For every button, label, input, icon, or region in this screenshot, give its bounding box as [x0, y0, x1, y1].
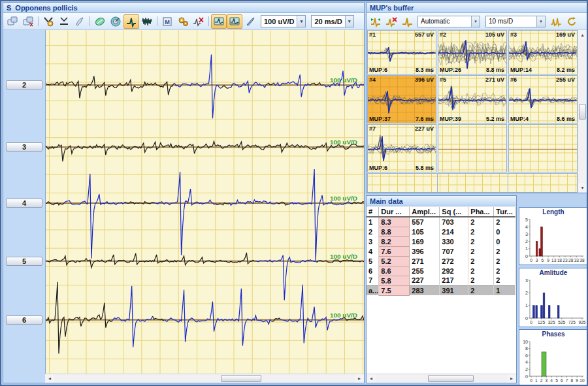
- reject-mup-icon[interactable]: [191, 14, 206, 29]
- scroll-right-icon[interactable]: ▸: [507, 374, 516, 383]
- svg-text:7: 7: [566, 378, 568, 383]
- column-header[interactable]: Pha...: [468, 207, 494, 217]
- column-header[interactable]: #: [367, 207, 379, 217]
- channel-button-2[interactable]: 2: [6, 80, 42, 89]
- trace-review-multi-icon[interactable]: [227, 14, 242, 29]
- capture-mup-icon[interactable]: [123, 14, 139, 29]
- select-region-icon[interactable]: [41, 14, 56, 29]
- svg-text:100 uV/D: 100 uV/D: [330, 76, 357, 84]
- mup-scroll-thumb[interactable]: [579, 104, 586, 120]
- table-row[interactable]: 38.216933020: [367, 236, 515, 246]
- channel-button-6[interactable]: 6: [6, 315, 42, 325]
- mup-cell-duration: 5.8 ms: [416, 165, 434, 171]
- panel-badge: S: [7, 4, 11, 12]
- mup-cell-3[interactable]: #3169 uVMUP:148.2 ms: [508, 30, 578, 74]
- mup-sweep-select[interactable]: 10 ms/D ▾: [485, 16, 546, 27]
- mup-cell-2[interactable]: #2105 uVMUP:268.8 ms: [438, 30, 507, 74]
- monitor-m-icon[interactable]: M: [159, 14, 175, 29]
- scroll-left-icon[interactable]: ◂: [45, 374, 54, 383]
- mup-recalc-icon[interactable]: [564, 14, 580, 29]
- average-row[interactable]: a...7.528339121: [367, 285, 515, 295]
- emg-scroll-thumb[interactable]: [221, 375, 261, 382]
- channel-button-4[interactable]: 4: [6, 199, 42, 208]
- gain-select-value: 100 uV/D: [261, 18, 297, 25]
- table-row[interactable]: 55.227127222: [367, 256, 515, 266]
- scroll-up-icon[interactable]: ▴: [578, 30, 587, 39]
- scroll-down-icon[interactable]: ▾: [578, 183, 587, 192]
- scroll-right-icon[interactable]: ▸: [355, 374, 364, 383]
- channel-button-5[interactable]: 5: [6, 257, 42, 266]
- chevron-down-icon[interactable]: ▾: [536, 16, 545, 27]
- table-cell: 292: [440, 266, 468, 276]
- emg-hscrollbar[interactable]: ◂ ▸: [45, 374, 364, 383]
- sound-trigger-icon[interactable]: [72, 14, 88, 29]
- mup-mark-icon[interactable]: [399, 14, 415, 29]
- main-data-scroll-thumb[interactable]: [428, 375, 474, 382]
- mup-cell-plot: [509, 125, 577, 172]
- main-data-scroll-track[interactable]: [376, 374, 507, 383]
- probe-pen-icon[interactable]: [242, 14, 258, 29]
- scroll-left-icon[interactable]: ◂: [367, 374, 376, 383]
- interference-pattern-icon[interactable]: [139, 14, 155, 29]
- settings-gears-icon[interactable]: [175, 14, 191, 29]
- table-row[interactable]: 18.355770322: [367, 217, 515, 227]
- mup-panel-titlebar[interactable]: MUP's buffer: [367, 3, 587, 13]
- chevron-down-icon[interactable]: ▾: [471, 16, 480, 27]
- column-header[interactable]: Ampl...: [410, 207, 440, 217]
- baseline-level-icon[interactable]: [56, 14, 72, 29]
- mup-cell-4[interactable]: #4396 uVMUP:377.6 ms: [367, 75, 436, 123]
- mup-cell-5[interactable]: #5271 uVMUP:395.2 ms: [438, 75, 507, 123]
- table-cell: 283: [410, 285, 440, 295]
- column-header[interactable]: Tur...: [494, 207, 515, 217]
- sweep-select-value: 20 ms/D: [312, 18, 344, 25]
- svg-text:100 uV/D: 100 uV/D: [330, 138, 357, 146]
- toolbar-separator: [38, 16, 39, 26]
- table-row[interactable]: 75.822721722: [367, 276, 515, 285]
- app-window: S Opponens pollicis M 100 uV/D ▾ 20 ms/D…: [0, 0, 588, 386]
- disc-pen-icon[interactable]: [108, 14, 123, 29]
- table-row[interactable]: 68.625529222: [367, 266, 515, 276]
- channel-gutter: 23456: [3, 30, 45, 375]
- table-row[interactable]: 47.639670722: [367, 246, 515, 256]
- mup-cell-count: MUP:4: [510, 116, 529, 122]
- main-data-titlebar[interactable]: Main data: [367, 196, 516, 206]
- mup-delete-icon[interactable]: [384, 14, 399, 29]
- mup-scroll-track[interactable]: [578, 39, 587, 183]
- chevron-down-icon[interactable]: ▾: [297, 16, 305, 27]
- mup-cell-7[interactable]: #7227 uVMUP:65.8 ms: [367, 124, 436, 172]
- mup-mode-select[interactable]: Automatic ▾: [417, 16, 480, 27]
- emg-panel-titlebar[interactable]: S Opponens pollicis: [3, 3, 364, 13]
- trace-review-icon[interactable]: [211, 14, 227, 29]
- mup-cell-6[interactable]: #6255 uVMUP:48.6 ms: [508, 75, 578, 123]
- mup-cell-1[interactable]: #1557 uVMUP:68.3 ms: [367, 30, 436, 74]
- channel-button-3[interactable]: 3: [6, 142, 42, 152]
- svg-text:925: 925: [578, 320, 585, 325]
- svg-text:3: 3: [546, 378, 548, 383]
- table-row[interactable]: 28.810521420: [367, 227, 515, 236]
- mup-cell-duration: 8.8 ms: [486, 67, 504, 73]
- tile-windows-icon[interactable]: [20, 14, 36, 29]
- column-header[interactable]: Sq (...: [440, 207, 468, 217]
- svg-text:8: 8: [525, 346, 528, 351]
- table-cell: 1: [494, 285, 515, 295]
- cascade-windows-icon[interactable]: [5, 14, 20, 29]
- emg-plot[interactable]: 100 uV/D100 uV/D100 uV/D100 uV/D100 uV/D: [45, 30, 364, 375]
- sweep-select[interactable]: 20 ms/D ▾: [311, 15, 353, 27]
- gain-select[interactable]: 100 uV/D ▾: [261, 15, 306, 27]
- svg-text:3: 3: [525, 278, 528, 283]
- mup-pair-icon[interactable]: [548, 14, 564, 29]
- column-header[interactable]: Dur ...: [379, 207, 410, 217]
- mup-browse-icon[interactable]: [368, 14, 384, 29]
- table-cell: 2: [494, 266, 515, 276]
- table-cell: 1: [367, 217, 379, 227]
- main-data-hscrollbar[interactable]: ◂ ▸: [367, 374, 516, 383]
- svg-text:2: 2: [540, 378, 543, 383]
- chevron-down-icon[interactable]: ▾: [345, 16, 353, 27]
- edit-pen-icon[interactable]: [92, 14, 108, 29]
- mup-cell-count: MUP:6: [369, 67, 387, 73]
- svg-text:6: 6: [525, 353, 528, 358]
- mup-vscrollbar[interactable]: ▴ ▾: [578, 30, 587, 192]
- mup-cell-duration: 8.6 ms: [557, 116, 575, 122]
- emg-scroll-track[interactable]: [54, 374, 355, 383]
- main-data-panel: Main data #Dur ...Ampl...Sq (...Pha...Tu…: [366, 195, 517, 383]
